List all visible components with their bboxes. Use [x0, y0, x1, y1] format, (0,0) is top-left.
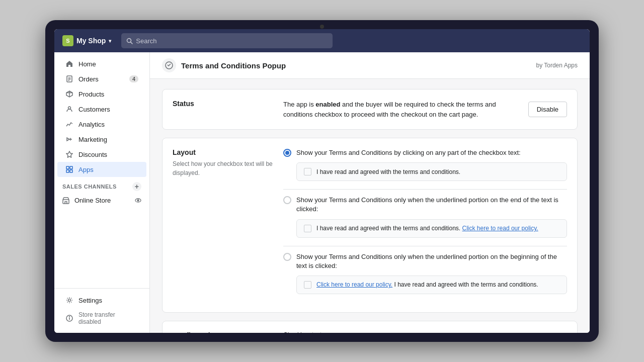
- discounts-icon: [65, 150, 73, 158]
- sidebar-item-discounts[interactable]: Discounts: [57, 147, 146, 162]
- layout-divider-2: [283, 246, 567, 246]
- svg-rect-12: [70, 166, 72, 169]
- radio-option-3[interactable]: [283, 253, 291, 261]
- status-enabled: enabled: [315, 101, 340, 108]
- sidebar-item-analytics[interactable]: Analytics: [57, 117, 146, 132]
- status-section-title: Status: [173, 100, 273, 108]
- sidebar-label-customers: Customers: [78, 106, 110, 113]
- radio-option-2[interactable]: [283, 196, 291, 204]
- home-icon: [65, 60, 73, 68]
- status-card-left: Status: [173, 100, 273, 119]
- orders-badge: 4: [129, 75, 138, 82]
- page-subtitle: by Torden Apps: [536, 62, 578, 69]
- layout-option-2-text: Show your Terms and Conditions only when…: [296, 196, 567, 214]
- status-desc-part1: The app is: [283, 101, 315, 108]
- checkbox-text-3-after: I have read and agreed with the terms an…: [392, 281, 538, 288]
- layout-divider-1: [283, 189, 567, 190]
- svg-point-18: [68, 299, 71, 302]
- checkbox-link-2[interactable]: Click here to read our policy.: [462, 225, 538, 232]
- svg-point-21: [69, 317, 70, 317]
- page-title: Terms and Conditions Popup: [181, 61, 286, 70]
- sidebar-label-orders: Orders: [78, 75, 99, 83]
- layout-section-title: Layout: [173, 148, 273, 156]
- sidebar-bottom: Settings Store transfer disabled: [54, 288, 149, 333]
- sidebar-item-orders[interactable]: Orders 4: [57, 71, 146, 86]
- shop-name: My Shop: [76, 37, 106, 45]
- sidebar-label-home: Home: [78, 60, 96, 68]
- sidebar-item-customers[interactable]: Customers: [57, 102, 146, 117]
- layout-option-1-label[interactable]: Show your Terms and Conditions by clicki…: [283, 148, 567, 157]
- layout-option-2-preview: I have read and agreed with the terms an…: [296, 219, 567, 238]
- products-icon: [65, 90, 73, 98]
- add-sales-channel-button[interactable]: +: [132, 182, 141, 191]
- layout-option-3-label[interactable]: Show your Terms and Conditions only when…: [283, 252, 567, 270]
- search-bar[interactable]: Search: [121, 33, 333, 48]
- radio-option-1[interactable]: [283, 149, 291, 157]
- content-body: Status The app is enabled and the buyer …: [150, 79, 590, 333]
- sidebar-item-marketing[interactable]: Marketing: [57, 132, 146, 147]
- checkbox-preview-3: [304, 281, 311, 289]
- sidebar-item-home[interactable]: Home: [57, 56, 146, 71]
- shopify-bag-icon: S: [62, 35, 73, 46]
- customers-icon: [65, 105, 73, 113]
- search-icon: [126, 38, 133, 44]
- main-content: Terms and Conditions Popup by Torden App…: [150, 52, 590, 333]
- page-header-left: Terms and Conditions Popup: [162, 58, 286, 72]
- layout-card-row: Layout Select how your checkbox text wil…: [163, 138, 577, 312]
- apps-icon: [65, 165, 73, 173]
- sidebar-item-apps[interactable]: Apps: [57, 162, 146, 177]
- page-icon: [162, 58, 176, 72]
- dropdown-chevron-icon[interactable]: ▾: [109, 38, 111, 44]
- svg-line-1: [131, 42, 133, 44]
- layout-card: Layout Select how your checkbox text wil…: [162, 138, 578, 313]
- checkbox-text-2: I have read and agreed with the terms an…: [316, 225, 538, 232]
- svg-rect-14: [70, 170, 72, 172]
- layout-option-1-text: Show your Terms and Conditions by clicki…: [296, 148, 521, 157]
- checkbox-link-3[interactable]: Click here to read our policy.: [316, 281, 392, 288]
- svg-rect-13: [66, 170, 69, 172]
- sidebar-item-products[interactable]: Products: [57, 86, 146, 102]
- store-transfer-label: Store transfer disabled: [78, 311, 138, 325]
- sales-channels-header: SALES CHANNELS +: [54, 177, 149, 193]
- search-placeholder: Search: [136, 37, 156, 45]
- layout-card-right: Show your Terms and Conditions by clicki…: [283, 148, 567, 302]
- page-header: Terms and Conditions Popup by Torden App…: [150, 52, 590, 79]
- sales-channels-label: SALES CHANNELS: [62, 184, 117, 190]
- svg-point-17: [137, 200, 139, 201]
- status-card-row: Status The app is enabled and the buyer …: [163, 89, 577, 129]
- layout-option-2-label[interactable]: Show your Terms and Conditions only when…: [283, 196, 567, 214]
- topbar: S My Shop ▾ Search: [54, 29, 590, 52]
- sidebar-item-online-store[interactable]: Online Store: [54, 193, 149, 208]
- sidebar-label-analytics: Analytics: [78, 121, 105, 128]
- info-icon: [65, 314, 73, 322]
- sidebar-item-store-transfer[interactable]: Store transfer disabled: [57, 308, 146, 329]
- status-card: Status The app is enabled and the buyer …: [162, 89, 578, 130]
- sidebar-label-apps: Apps: [78, 166, 94, 173]
- settings-label: Settings: [78, 297, 102, 304]
- config-section-title: Configuration: [173, 331, 273, 333]
- svg-marker-10: [66, 151, 72, 157]
- checkbox-text-field-label: Checkbox text: [283, 331, 567, 333]
- sidebar-label-discounts: Discounts: [78, 151, 107, 158]
- checkbox-text-2-before: I have read and agreed with the terms an…: [316, 225, 462, 232]
- orders-icon: [65, 75, 73, 83]
- layout-option-1: Show your Terms and Conditions by clicki…: [283, 148, 567, 181]
- eye-icon[interactable]: [135, 197, 141, 204]
- layout-card-left: Layout Select how your checkbox text wil…: [173, 148, 273, 302]
- sidebar: Home Orders 4: [54, 52, 150, 333]
- layout-section-desc: Select how your checkbox text will be di…: [173, 159, 273, 177]
- sidebar-item-settings[interactable]: Settings: [57, 293, 146, 308]
- shop-logo[interactable]: S My Shop ▾: [62, 35, 111, 46]
- config-card-right: Checkbox text: [283, 331, 567, 333]
- tablet-camera: [320, 25, 324, 29]
- analytics-icon: [65, 120, 73, 128]
- config-card-row: Configuration Set the checkbox's text, h…: [163, 321, 577, 333]
- disable-button[interactable]: Disable: [528, 102, 567, 117]
- status-card-right: The app is enabled and the buyer will be…: [283, 100, 567, 119]
- checkbox-preview-1: [304, 168, 311, 175]
- layout-option-3-text: Show your Terms and Conditions only when…: [296, 252, 567, 270]
- tablet-screen: S My Shop ▾ Search: [54, 29, 590, 333]
- marketing-icon: [65, 135, 73, 143]
- svg-rect-11: [66, 166, 69, 169]
- sidebar-nav: Home Orders 4: [54, 52, 149, 288]
